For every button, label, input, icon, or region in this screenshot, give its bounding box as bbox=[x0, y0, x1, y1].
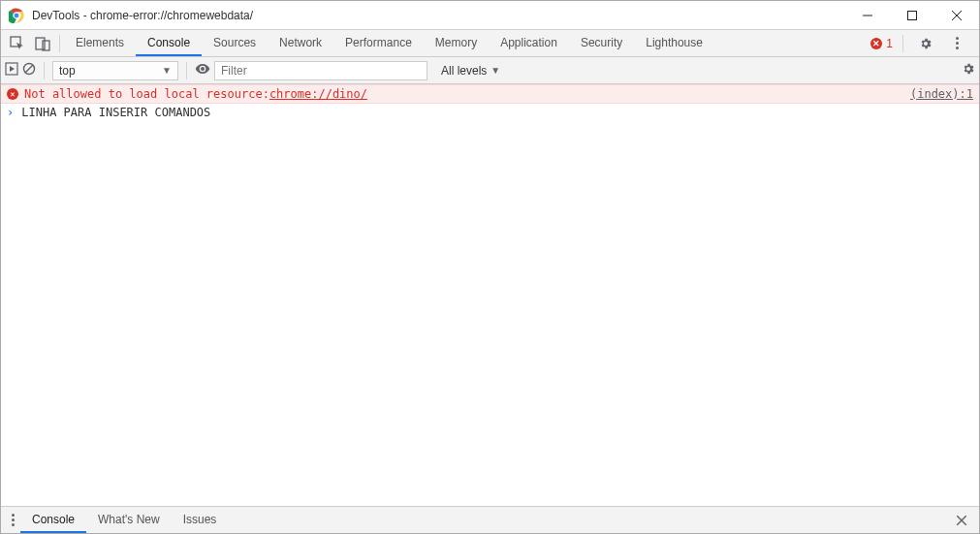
minimize-button[interactable] bbox=[845, 1, 890, 30]
toggle-sidebar-icon[interactable] bbox=[5, 62, 18, 79]
console-output: ✕ Not allowed to load local resource: ch… bbox=[1, 84, 979, 506]
divider bbox=[186, 62, 187, 79]
close-button[interactable] bbox=[934, 1, 979, 30]
tab-label: Network bbox=[279, 36, 322, 49]
tab-console[interactable]: Console bbox=[136, 30, 202, 56]
filter-input[interactable] bbox=[214, 61, 427, 80]
svg-marker-11 bbox=[10, 66, 15, 72]
panel-tabs: Elements Console Sources Network Perform… bbox=[64, 30, 714, 56]
live-expression-icon[interactable] bbox=[195, 61, 210, 79]
context-select[interactable]: top ▼ bbox=[52, 61, 178, 80]
error-count-badge[interactable]: ✕ 1 bbox=[870, 37, 893, 50]
drawer-close-icon[interactable] bbox=[948, 516, 975, 525]
prompt-caret-icon: › bbox=[7, 106, 14, 119]
tab-security[interactable]: Security bbox=[569, 30, 634, 56]
drawer-tab-console[interactable]: Console bbox=[20, 507, 86, 533]
divider bbox=[59, 35, 60, 52]
tab-label: Sources bbox=[213, 36, 256, 49]
log-levels-select[interactable]: All levels ▼ bbox=[441, 64, 500, 78]
maximize-button[interactable] bbox=[890, 1, 934, 30]
tab-label: Lighthouse bbox=[646, 36, 703, 49]
tab-label: Application bbox=[500, 36, 557, 49]
main-toolbar: Elements Console Sources Network Perform… bbox=[1, 30, 979, 57]
divider bbox=[44, 62, 45, 79]
tab-application[interactable]: Application bbox=[489, 30, 569, 56]
error-icon: ✕ bbox=[7, 88, 18, 100]
error-icon: ✕ bbox=[870, 38, 882, 49]
window-controls bbox=[845, 1, 979, 30]
tab-memory[interactable]: Memory bbox=[424, 30, 489, 56]
tab-performance[interactable]: Performance bbox=[333, 30, 424, 56]
tab-label: Elements bbox=[76, 36, 124, 49]
context-value: top bbox=[59, 64, 76, 78]
drawer-toolbar: Console What's New Issues bbox=[1, 506, 979, 533]
error-source-link[interactable]: (index):1 bbox=[910, 87, 973, 101]
divider bbox=[902, 35, 903, 52]
tab-label: Memory bbox=[435, 36, 477, 49]
tab-label: Console bbox=[147, 36, 190, 49]
svg-line-13 bbox=[25, 65, 33, 73]
levels-label: All levels bbox=[441, 64, 487, 78]
svg-rect-8 bbox=[36, 38, 45, 49]
inspect-element-icon[interactable] bbox=[5, 31, 30, 56]
tab-label: Issues bbox=[183, 513, 217, 526]
clear-console-icon[interactable] bbox=[22, 62, 36, 79]
drawer-more-icon[interactable] bbox=[5, 514, 20, 526]
drawer-tab-whatsnew[interactable]: What's New bbox=[86, 507, 172, 533]
window-title: DevTools - chrome-error://chromewebdata/ bbox=[32, 9, 253, 22]
chevron-down-icon: ▼ bbox=[490, 65, 500, 76]
device-toggle-icon[interactable] bbox=[30, 31, 55, 56]
settings-gear-icon[interactable] bbox=[913, 31, 938, 56]
tab-label: Performance bbox=[345, 36, 412, 49]
error-count: 1 bbox=[886, 37, 893, 50]
tab-lighthouse[interactable]: Lighthouse bbox=[634, 30, 714, 56]
tab-sources[interactable]: Sources bbox=[202, 30, 268, 56]
tab-network[interactable]: Network bbox=[268, 30, 333, 56]
more-menu-icon[interactable] bbox=[944, 31, 969, 56]
console-toolbar: top ▼ All levels ▼ bbox=[1, 57, 979, 84]
chrome-logo-icon bbox=[9, 8, 24, 23]
console-settings-gear-icon[interactable] bbox=[962, 62, 975, 79]
error-message: Not allowed to load local resource: bbox=[24, 87, 269, 101]
tab-label: Console bbox=[32, 513, 75, 526]
console-input-text: LINHA PARA INSERIR COMANDOS bbox=[21, 106, 210, 119]
titlebar: DevTools - chrome-error://chromewebdata/ bbox=[1, 1, 979, 30]
tab-label: Security bbox=[581, 36, 622, 49]
svg-rect-4 bbox=[908, 11, 917, 19]
drawer-tab-issues[interactable]: Issues bbox=[172, 507, 229, 533]
console-input-row[interactable]: › LINHA PARA INSERIR COMANDOS bbox=[1, 104, 979, 121]
tab-label: What's New bbox=[98, 513, 160, 526]
error-link[interactable]: chrome://dino/ bbox=[269, 87, 367, 101]
console-error-row[interactable]: ✕ Not allowed to load local resource: ch… bbox=[1, 84, 979, 104]
tab-elements[interactable]: Elements bbox=[64, 30, 136, 56]
chevron-down-icon: ▼ bbox=[162, 65, 172, 76]
